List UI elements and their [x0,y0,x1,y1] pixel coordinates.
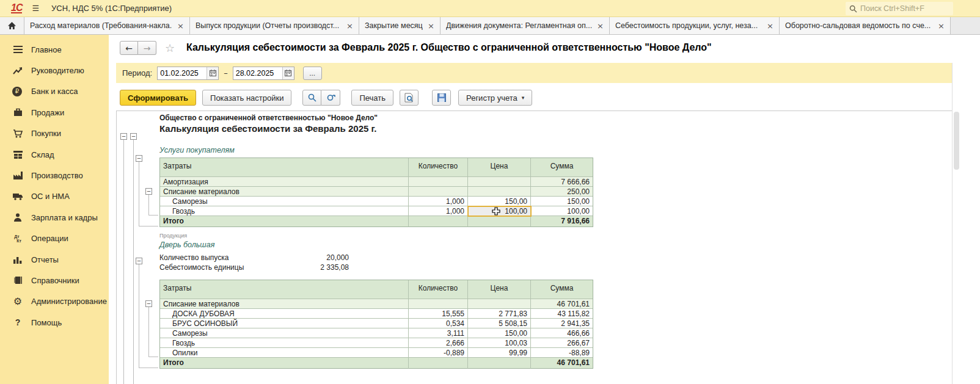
forward-button[interactable]: → [138,41,156,55]
stat-value[interactable]: 20,000 [297,253,349,262]
cell-name[interactable]: БРУС ОСИНОВЫЙ [160,319,409,328]
cell-sum[interactable]: 46 701,61 [531,358,593,369]
cell-sum[interactable]: 266,67 [531,338,593,348]
cell-qty[interactable]: -0,889 [409,348,468,358]
tab-sebestoimost[interactable]: Себестоимость продукции, услуг, неза... … [610,17,780,34]
cell-qty[interactable]: 15,555 [409,309,468,319]
sidebar-item-prodazhi[interactable]: Продажи [0,102,109,123]
cell-name[interactable]: ДОСКА ДУБОВАЯ [160,309,409,319]
cell-qty[interactable] [409,299,468,309]
selected-cell[interactable]: 100,00 [468,206,531,216]
sidebar-item-administrirovanie[interactable]: ⚙ Администрирование [0,291,109,312]
cell-name[interactable]: Амортизация [160,177,409,187]
cell-price[interactable] [468,358,531,369]
cell-price[interactable]: 150,00 [468,328,531,338]
period-options-button[interactable]: ... [303,67,322,80]
cell-name[interactable]: Итого [160,358,409,369]
close-icon[interactable]: × [346,21,353,31]
sidebar-item-glavnoe[interactable]: Главное [0,39,109,60]
calendar-to-button[interactable] [282,67,294,79]
period-from-input[interactable] [158,67,207,79]
close-icon[interactable]: × [428,21,434,31]
cell-qty[interactable]: 3,111 [409,328,468,338]
cell-qty[interactable]: 2,666 [409,338,468,348]
cell-price[interactable] [468,299,531,309]
cell-sum[interactable]: 46 701,61 [531,299,593,309]
cell-price[interactable] [468,216,531,227]
tab-dvizheniya-dokumenta[interactable]: Движения документа: Регламентная оп... × [441,17,610,34]
tab-raskhod-materialov[interactable]: Расход материалов (Требования-накла... × [24,17,190,34]
calendar-from-button[interactable] [207,67,218,79]
main-menu-icon[interactable]: ☰ [32,4,39,13]
vertical-scrollbar[interactable] [954,112,959,383]
tab-zakrytie-mesyaca[interactable]: Закрытие месяца × [359,17,441,34]
register-menu-button[interactable]: Регистр учета ▾ [458,90,532,106]
group-collapse-box[interactable]: − [136,258,142,264]
tab-osv[interactable]: Оборотно-сальдовая ведомость по сче... × [780,17,951,34]
sidebar-item-operacii[interactable]: ДтКт Операции [0,228,109,249]
generate-button[interactable]: Сформировать [120,90,196,106]
cell-sum[interactable]: 7 666,66 [531,177,593,187]
group-collapse-box[interactable]: − [120,133,127,140]
cell-sum[interactable]: 250,00 [531,187,593,197]
cell-name[interactable]: Гвоздь [160,338,409,348]
find-button[interactable] [302,90,321,106]
sidebar-item-zarplata-i-kadry[interactable]: Зарплата и кадры [0,207,109,228]
cell-name[interactable]: Саморезы [160,328,409,338]
close-icon[interactable]: × [597,21,604,31]
group-collapse-box[interactable]: − [145,188,152,195]
sidebar-item-rukovoditelyu[interactable]: Руководителю [0,60,109,81]
cell-name[interactable]: Опилки [160,348,409,358]
cell-sum[interactable]: -88,89 [531,348,593,358]
cell-qty[interactable]: 0,534 [409,319,468,328]
cell-name[interactable]: Итого [160,216,409,227]
global-search[interactable] [846,2,953,15]
back-button[interactable]: ← [120,41,138,55]
cell-sum[interactable]: 2 941,35 [531,319,593,328]
cell-qty[interactable] [409,177,468,187]
cell-name[interactable]: Списание материалов [160,299,409,309]
sidebar-item-os-i-nma[interactable]: ОС и НМА [0,186,109,207]
favorite-star-icon[interactable]: ☆ [165,42,175,54]
close-icon[interactable]: × [177,21,184,31]
close-icon[interactable]: × [767,21,773,31]
cell-price[interactable]: 2 771,83 [468,309,531,319]
cell-price[interactable]: 100,03 [468,338,531,348]
find-next-button[interactable] [321,90,340,106]
cell-name[interactable]: Гвоздь [160,206,409,216]
cell-sum[interactable]: 43 115,82 [531,309,593,319]
period-to-input[interactable] [233,67,282,79]
cell-name[interactable]: Саморезы [160,197,409,206]
cell-price[interactable] [468,177,531,187]
tab-vypusk-produkcii[interactable]: Выпуск продукции (Отчеты производст... × [190,17,359,34]
cell-qty[interactable] [409,216,468,227]
print-button[interactable]: Печать [351,90,393,106]
cell-price[interactable] [468,187,531,197]
cell-qty[interactable] [409,187,468,197]
save-button[interactable] [432,90,451,106]
cell-price[interactable]: 150,00 [468,197,531,206]
group-collapse-box[interactable]: − [145,300,152,307]
preview-button[interactable] [400,90,419,106]
home-button[interactable] [0,17,24,34]
stat-value[interactable]: 2 335,08 [297,263,349,272]
group-collapse-box[interactable]: − [130,133,137,140]
scrollbar-thumb[interactable] [954,112,959,170]
sidebar-item-otchety[interactable]: Отчеты [0,249,109,270]
close-icon[interactable]: × [938,21,945,31]
sidebar-item-pomosch[interactable]: ? Помощь [0,312,109,333]
sidebar-item-pokupki[interactable]: Покупки [0,123,109,144]
show-settings-button[interactable]: Показать настройки [202,90,291,106]
search-input[interactable] [860,4,946,13]
cell-qty[interactable]: 1,000 [409,206,468,216]
cell-sum[interactable]: 150,00 [531,197,593,206]
cell-sum[interactable]: 466,66 [531,328,593,338]
sidebar-item-spravochniki[interactable]: Справочники [0,270,109,291]
group-collapse-box[interactable]: − [136,155,142,162]
cell-name[interactable]: Списание материалов [160,187,409,197]
cell-price[interactable]: 99,99 [468,348,531,358]
sidebar-item-bank-i-kassa[interactable]: ₽ Банк и касса [0,81,109,102]
cell-sum[interactable]: 7 916,66 [531,216,593,227]
cell-qty[interactable]: 1,000 [409,197,468,206]
sidebar-item-proizvodstvo[interactable]: Производство [0,165,109,186]
